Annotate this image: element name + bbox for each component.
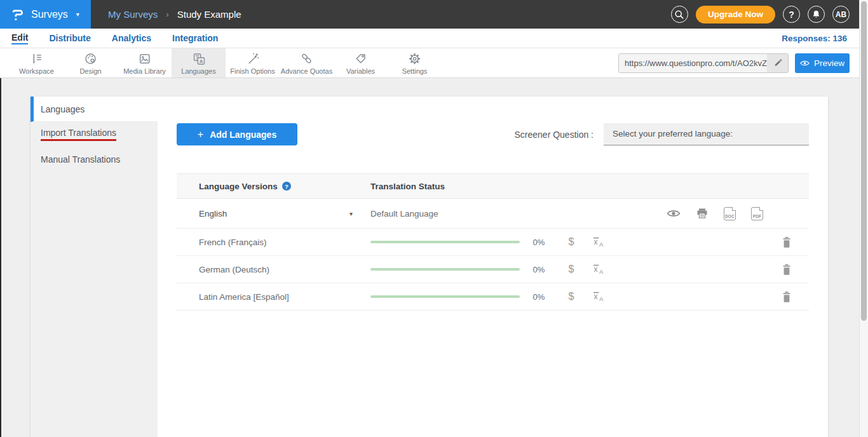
default-language-status-cell: Default Language: [370, 207, 809, 220]
header-language-versions: Language Versions ?: [177, 182, 370, 191]
language-name: Latin America [Español]: [199, 292, 289, 302]
scrollbar-thumb[interactable]: [861, 1, 867, 321]
product-switcher[interactable]: Surveys ▾: [0, 0, 91, 29]
sidebar-item-import-translations[interactable]: Import Translations: [31, 122, 158, 147]
finish-options-wand-icon: [245, 51, 260, 66]
brand-label: Surveys: [31, 9, 68, 20]
avatar[interactable]: AB: [832, 6, 850, 23]
toolbar-right-group: Preview: [618, 48, 850, 77]
translation-progress-bar: [370, 241, 520, 243]
survey-section-tabs: Edit Distribute Analytics Integration Re…: [0, 29, 859, 48]
language-name: French (Français): [199, 238, 267, 247]
survey-url-input[interactable]: [619, 54, 767, 72]
toolbar-item-advance-quotas[interactable]: Advance Quotas: [280, 48, 334, 77]
export-doc-icon[interactable]: DOC: [724, 207, 736, 220]
translation-percent: 0%: [520, 292, 558, 302]
sidebar-item-languages[interactable]: Languages: [31, 97, 158, 122]
table-row-latin-america: Latin America [Español] 0% $ x A: [177, 283, 809, 311]
svg-text:x: x: [593, 292, 597, 301]
breadcrumb-my-surveys[interactable]: My Surveys: [108, 9, 158, 20]
header-translation-status: Translation Status: [370, 182, 809, 191]
languages-card: Languages Import Translations Manual Tra…: [31, 97, 828, 437]
topbar-actions: Upgrade Now ? AB: [671, 6, 850, 24]
auto-translate-icon[interactable]: x A: [585, 291, 611, 302]
export-pdf-icon[interactable]: PDF: [751, 207, 763, 220]
toolbar-item-settings[interactable]: Settings: [388, 48, 442, 77]
questionpro-app: Surveys ▾ My Surveys › Study Example Upg…: [0, 0, 859, 437]
search-button[interactable]: [671, 6, 688, 23]
help-button[interactable]: ?: [783, 6, 800, 23]
toolbar-item-design[interactable]: Design: [64, 48, 118, 77]
tab-integration[interactable]: Integration: [172, 33, 218, 43]
content-area: Languages Import Translations Manual Tra…: [0, 78, 859, 437]
design-palette-icon: [83, 51, 98, 66]
sidebar-item-label: Manual Translations: [41, 154, 120, 165]
paid-translation-icon[interactable]: $: [558, 236, 585, 248]
variables-tag-icon: [353, 51, 368, 66]
toolbar-item-variables[interactable]: Variables: [334, 48, 388, 77]
delete-language-button[interactable]: [782, 291, 792, 303]
toolbar-item-finish-options[interactable]: Finish Options: [226, 48, 280, 77]
toolbar-item-languages[interactable]: x A Languages: [172, 48, 226, 77]
auto-translate-icon[interactable]: x A: [585, 264, 611, 275]
actions-row: + Add Languages Screener Question : Sele…: [177, 123, 809, 145]
toolbar-label: Design: [79, 67, 101, 75]
language-name: English: [199, 209, 227, 218]
sidebar-item-label: Import Translations: [41, 128, 116, 141]
edit-url-button[interactable]: [767, 54, 788, 72]
add-languages-label: Add Languages: [210, 130, 276, 140]
doc-label: DOC: [725, 214, 735, 218]
page-scrollbar[interactable]: [859, 0, 868, 437]
toolbar-label: Settings: [402, 67, 428, 75]
top-navigation-bar: Surveys ▾ My Surveys › Study Example Upg…: [0, 0, 859, 29]
table-header-row: Language Versions ? Translation Status: [177, 173, 809, 199]
paid-translation-icon[interactable]: $: [558, 264, 585, 275]
pdf-label: PDF: [753, 214, 762, 218]
translation-progress-bar: [370, 295, 520, 298]
responses-count[interactable]: Responses: 136: [782, 34, 847, 43]
svg-text:A: A: [599, 241, 604, 248]
sidebar-item-manual-translations[interactable]: Manual Translations: [31, 147, 158, 171]
trash-icon: [782, 236, 792, 248]
svg-text:A: A: [200, 58, 203, 64]
toolbar-item-workspace[interactable]: Workspace: [10, 48, 64, 77]
view-survey-eye-icon[interactable]: [667, 209, 681, 218]
auto-translate-icon[interactable]: x A: [585, 236, 611, 248]
questionpro-logo: [10, 6, 25, 22]
toolbar-label: Variables: [346, 67, 375, 75]
plus-icon: +: [198, 129, 203, 140]
header-label: Language Versions: [199, 182, 278, 191]
delete-language-button[interactable]: [782, 236, 792, 248]
screener-question-select[interactable]: Select your preferred language:: [604, 123, 809, 145]
preview-button[interactable]: Preview: [795, 53, 850, 73]
default-language-select[interactable]: English ▾: [177, 209, 370, 218]
delete-language-button[interactable]: [782, 264, 792, 276]
languages-icon: x A: [191, 51, 206, 66]
workspace-icon: [29, 51, 44, 66]
tab-edit[interactable]: Edit: [11, 32, 28, 44]
notifications-button[interactable]: [808, 6, 825, 23]
file-fold: [759, 207, 763, 211]
paid-translation-icon[interactable]: $: [558, 291, 585, 302]
tab-distribute[interactable]: Distribute: [49, 33, 90, 43]
translation-percent: 0%: [520, 265, 558, 274]
table-row-default-language: English ▾ Default Language: [177, 199, 809, 229]
caret-down-icon: ▾: [76, 11, 79, 18]
trash-icon: [782, 264, 792, 276]
survey-url-group: [618, 53, 789, 73]
svg-text:x: x: [593, 238, 597, 246]
help-tooltip-icon[interactable]: ?: [282, 182, 291, 191]
print-icon[interactable]: [696, 208, 709, 219]
languages-sidebar: Languages Import Translations Manual Tra…: [31, 97, 158, 437]
screener-question-group: Screener Question : Select your preferre…: [514, 123, 809, 145]
tab-analytics[interactable]: Analytics: [112, 33, 151, 43]
toolbar-item-media-library[interactable]: Media Library: [118, 48, 172, 77]
upgrade-now-button[interactable]: Upgrade Now: [696, 6, 775, 24]
search-icon: [674, 9, 685, 20]
bell-icon: [811, 10, 821, 20]
add-languages-button[interactable]: + Add Languages: [177, 123, 297, 145]
edit-toolbar: Workspace Design Media Library: [0, 48, 859, 78]
language-name: German (Deutsch): [199, 265, 269, 274]
toolbar-label: Languages: [181, 67, 215, 75]
chevron-right-icon: ›: [166, 10, 168, 19]
